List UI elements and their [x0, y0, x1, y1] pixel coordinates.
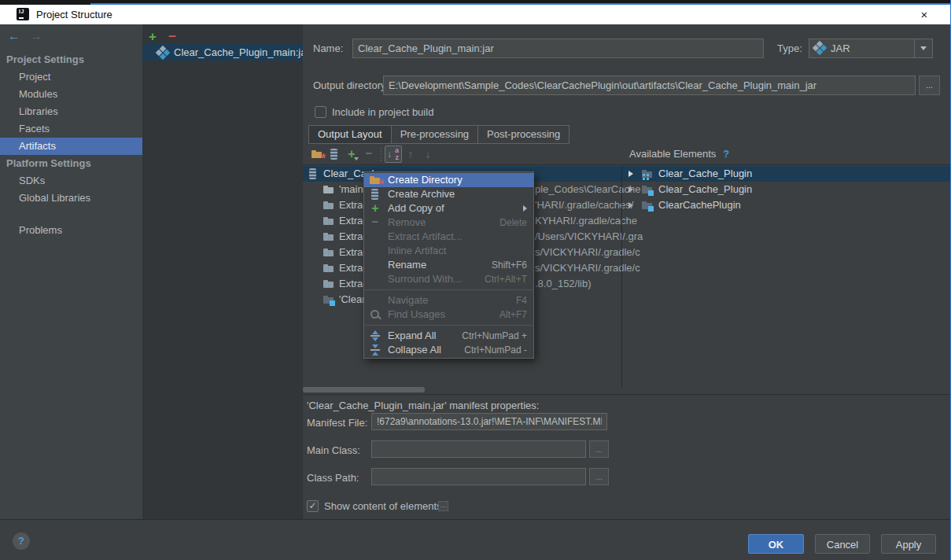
- nav-history-arrows: ←→: [8, 29, 42, 43]
- include-in-project-build-checkbox[interactable]: [315, 106, 326, 118]
- type-dropdown[interactable]: JAR: [809, 39, 933, 58]
- remove-artifact-button[interactable]: −: [168, 29, 176, 45]
- available-element-row[interactable]: Clear_Cache_Plugin: [622, 182, 951, 197]
- menu-item-expand-all[interactable]: Expand AllCtrl+NumPad +: [364, 329, 533, 343]
- move-up-button[interactable]: ↑: [402, 146, 419, 163]
- sidebar-item-problems[interactable]: Problems: [0, 222, 142, 239]
- artifacts-list-panel: + − Clear_Cache_Plugin_main:jar: [142, 24, 304, 519]
- expand-arrow-icon[interactable]: [628, 202, 633, 208]
- class-path-browse-button[interactable]: ...: [589, 468, 609, 485]
- menu-item-rename[interactable]: RenameShift+F6: [364, 258, 533, 272]
- tree-row-path: s/VICKYHARI/.gradle/c: [535, 245, 640, 260]
- tab-output-layout[interactable]: Output Layout: [308, 125, 392, 144]
- available-elements-title: Available Elements: [629, 148, 716, 160]
- ok-button[interactable]: OK: [748, 534, 804, 554]
- sidebar-item-libraries[interactable]: Libraries: [0, 103, 142, 120]
- sidebar-item-artifacts[interactable]: Artifacts: [0, 138, 142, 155]
- module-group-icon: [641, 168, 654, 180]
- available-element-label: ClearCachePlugin: [658, 197, 741, 213]
- archive-icon: [328, 148, 341, 160]
- menu-item-icon-slot: [369, 308, 388, 322]
- archive-button[interactable]: [326, 146, 343, 163]
- move-down-button[interactable]: ↓: [419, 146, 437, 163]
- module-icon: [641, 183, 654, 196]
- chevron-down-icon: [920, 46, 927, 50]
- apply-button[interactable]: Apply: [881, 534, 936, 554]
- back-arrow-icon[interactable]: ←: [8, 29, 20, 42]
- extract-icon: ↓: [323, 230, 335, 243]
- menu-item-find-usages[interactable]: Find UsagesAlt+F7: [364, 308, 533, 322]
- toolbar-separator: [381, 147, 382, 161]
- artifact-list-item[interactable]: Clear_Cache_Plugin_main:jar: [142, 43, 303, 61]
- menu-separator: [365, 325, 533, 326]
- remove-button[interactable]: −: [360, 146, 378, 163]
- expand-arrow-icon[interactable]: [628, 171, 633, 177]
- menu-item-collapse-all[interactable]: Collapse AllCtrl+NumPad -: [364, 343, 533, 357]
- output-directory-browse-button[interactable]: ...: [919, 76, 940, 95]
- menu-item-icon-slot: −: [369, 216, 388, 230]
- cancel-button[interactable]: Cancel: [815, 534, 870, 554]
- expand-arrow-icon[interactable]: [628, 186, 633, 193]
- output-directory-label: Output directory:: [313, 79, 389, 91]
- sidebar-item-sdks[interactable]: SDKs: [0, 172, 142, 190]
- nav-section-header: Project Settings: [0, 51, 142, 68]
- menu-item-extract-artifact[interactable]: Extract Artifact...: [364, 230, 533, 244]
- forward-arrow-icon[interactable]: →: [30, 29, 42, 42]
- sidebar-item-global-libraries[interactable]: Global Libraries: [0, 190, 142, 207]
- class-path-input[interactable]: [371, 468, 586, 485]
- menu-item-icon-slot: [369, 258, 388, 272]
- name-label: Name:: [313, 42, 343, 54]
- menu-item-remove[interactable]: −RemoveDelete: [364, 216, 533, 230]
- new-folder-icon: *: [369, 174, 382, 186]
- menu-item-create-archive[interactable]: Create Archive: [364, 187, 533, 201]
- remove-icon: −: [363, 148, 375, 160]
- menu-item-add-copy-of[interactable]: +Add Copy of: [364, 201, 533, 216]
- nav-section-header: Platform Settings: [0, 155, 142, 172]
- sidebar-item-modules[interactable]: Modules: [0, 86, 142, 103]
- scrollbar-thumb[interactable]: [303, 387, 425, 392]
- show-content-checkbox[interactable]: ✓: [307, 500, 319, 512]
- menu-item-icon-slot: [369, 272, 388, 286]
- show-content-label: Show content of elements: [324, 500, 442, 512]
- layout-toolbar: *+−↓az↑↓: [308, 145, 437, 164]
- menu-separator: [365, 289, 533, 290]
- new-folder-button[interactable]: *: [308, 146, 326, 163]
- main-class-input[interactable]: [371, 440, 586, 458]
- extract-icon: ↓: [323, 246, 335, 259]
- available-element-row[interactable]: ClearCachePlugin: [622, 197, 951, 213]
- menu-item-shortcut: Shift+F6: [492, 258, 527, 272]
- tab-pre-processing[interactable]: Pre-processing: [391, 125, 478, 144]
- menu-item-navigate[interactable]: NavigateF4: [364, 293, 533, 308]
- output-directory-input[interactable]: [383, 76, 916, 95]
- ok-label: OK: [769, 539, 784, 551]
- window-border-top: [90, 3, 951, 5]
- submenu-arrow-icon: [523, 205, 527, 212]
- menu-item-shortcut: Ctrl+Alt+T: [485, 272, 527, 286]
- menu-item-inline-artifact[interactable]: Inline Artifact: [364, 244, 533, 258]
- help-icon[interactable]: ?: [723, 148, 729, 160]
- menu-item-label: Remove: [388, 216, 499, 230]
- menu-item-icon-slot: [369, 293, 388, 308]
- sidebar-item-project[interactable]: Project: [0, 68, 142, 86]
- type-value: JAR: [831, 39, 850, 57]
- help-button[interactable]: ?: [13, 532, 30, 550]
- menu-item-surround-with[interactable]: Surround With...Ctrl+Alt+T: [364, 272, 533, 286]
- section-separator: [303, 394, 951, 395]
- horizontal-scrollbar: [303, 387, 621, 393]
- name-input[interactable]: [352, 39, 764, 58]
- type-dropdown-button[interactable]: [914, 39, 932, 57]
- tab-post-processing[interactable]: Post-processing: [477, 125, 569, 144]
- new-folder-icon: *: [311, 148, 323, 160]
- main-class-browse-button[interactable]: ...: [589, 440, 609, 458]
- menu-item-shortcut: F4: [516, 293, 527, 308]
- dialog-title: Project Structure: [36, 5, 112, 24]
- menu-item-create-directory[interactable]: *Create Directory: [364, 173, 533, 187]
- add-button[interactable]: +: [343, 146, 360, 163]
- close-button[interactable]: ×: [911, 5, 938, 24]
- sidebar-item-facets[interactable]: Facets: [0, 120, 142, 138]
- sort-az-button[interactable]: ↓az: [385, 146, 402, 163]
- manifest-file-input[interactable]: [371, 413, 607, 430]
- available-element-row[interactable]: Clear_Cache_Plugin: [622, 166, 951, 182]
- module-icon: [323, 293, 335, 306]
- add-artifact-button[interactable]: +: [149, 29, 157, 45]
